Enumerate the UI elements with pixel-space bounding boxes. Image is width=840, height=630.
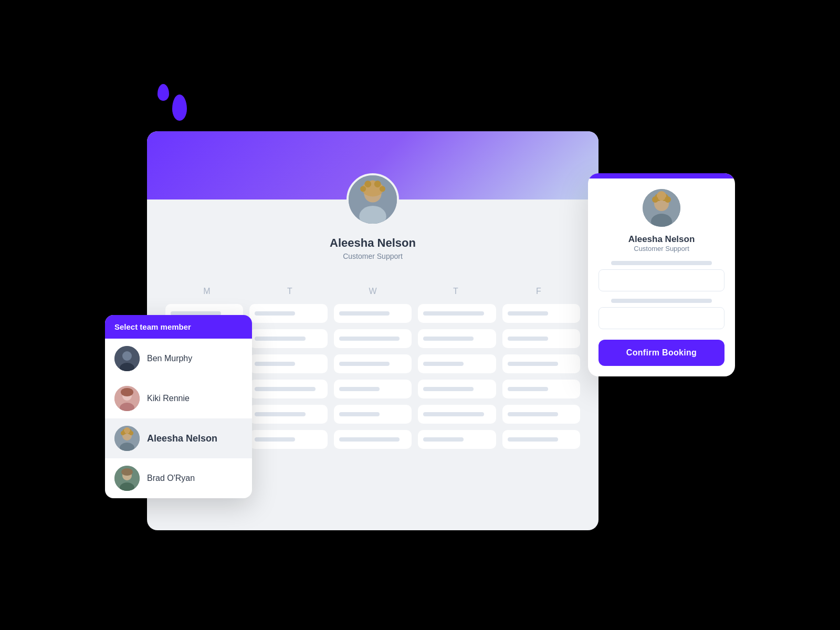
booking-label-bar-1 [611, 261, 712, 265]
team-member-aleesha[interactable]: Aleesha Nelson [105, 418, 252, 458]
profile-name: Aleesha Nelson [152, 236, 593, 250]
svg-point-37 [665, 196, 671, 203]
slot-bar [339, 437, 400, 442]
drop-large [172, 94, 187, 121]
slot-bar [508, 437, 558, 442]
slot-bar [508, 362, 558, 366]
profile-info: Aleesha Nelson Customer Support [147, 231, 598, 266]
member-name-kiki: Kiki Rennie [147, 394, 190, 403]
booking-role: Customer Support [598, 245, 724, 253]
slot-bar [423, 437, 464, 442]
team-member-brad[interactable]: Brad O'Ryan [105, 458, 252, 498]
scene: Aleesha Nelson Customer Support M T W T … [105, 79, 735, 551]
slot-bar [339, 387, 380, 391]
dropdown-header: Select team member [105, 315, 252, 339]
day-f: F [497, 287, 580, 296]
time-slot[interactable] [418, 405, 496, 424]
time-slot[interactable] [502, 405, 580, 424]
time-slot[interactable] [418, 329, 496, 348]
time-slot[interactable] [502, 380, 580, 398]
time-slot[interactable] [334, 304, 412, 323]
booking-card-accent [588, 173, 735, 178]
time-slot[interactable] [334, 405, 412, 424]
time-slot[interactable] [249, 304, 327, 323]
svg-point-12 [122, 351, 132, 361]
slot-bar [508, 387, 548, 391]
member-avatar-aleesha [114, 426, 140, 451]
slot-bar [508, 412, 558, 416]
svg-point-17 [121, 388, 133, 396]
profile-role: Customer Support [152, 252, 593, 260]
slot-bar [255, 362, 295, 366]
time-slot[interactable] [502, 430, 580, 449]
day-m: M [165, 287, 248, 296]
drop-small [158, 84, 169, 101]
member-name-ben: Ben Murphy [147, 354, 192, 363]
booking-avatar [643, 189, 680, 227]
booking-input-2[interactable] [598, 307, 724, 329]
slot-bar [423, 362, 464, 366]
slot-bar [339, 337, 400, 341]
day-t2: T [414, 287, 497, 296]
svg-point-9 [360, 186, 366, 192]
member-avatar-kiki [114, 386, 140, 411]
days-header: M T W T F [163, 287, 583, 296]
svg-point-25 [129, 431, 133, 435]
slot-bar [423, 337, 474, 341]
time-slot[interactable] [249, 405, 327, 424]
slot-bar [423, 412, 484, 416]
team-member-ben[interactable]: Ben Murphy [105, 339, 252, 379]
svg-point-10 [380, 186, 385, 192]
time-slot[interactable] [502, 304, 580, 323]
day-t1: T [248, 287, 331, 296]
confirm-booking-button[interactable]: Confirm Booking [598, 340, 724, 366]
member-avatar-ben [114, 346, 140, 371]
svg-point-24 [121, 431, 125, 435]
slot-bar [508, 311, 548, 316]
time-slot[interactable] [502, 329, 580, 348]
booking-card-body: Aleesha Nelson Customer Support Confirm … [588, 178, 735, 376]
time-slot[interactable] [502, 354, 580, 373]
svg-point-8 [374, 181, 381, 187]
time-slot[interactable] [334, 329, 412, 348]
booking-label-bar-2 [611, 299, 712, 303]
member-name-aleesha: Aleesha Nelson [147, 433, 217, 444]
slot-bar [423, 387, 474, 391]
time-slot[interactable] [334, 380, 412, 398]
main-profile-avatar [346, 173, 399, 226]
member-avatar-brad [114, 466, 140, 491]
time-slot[interactable] [334, 430, 412, 449]
svg-point-7 [364, 181, 371, 187]
member-name-brad: Brad O'Ryan [147, 474, 195, 483]
slot-bar [508, 337, 548, 341]
time-slot[interactable] [249, 380, 327, 398]
time-slot[interactable] [249, 430, 327, 449]
slot-bar [255, 311, 295, 316]
booking-name: Aleesha Nelson [598, 234, 724, 245]
time-slot[interactable] [418, 354, 496, 373]
time-slot[interactable] [334, 354, 412, 373]
slot-bar [423, 311, 484, 316]
slot-bar [255, 437, 295, 442]
card-header [147, 131, 598, 200]
day-w: W [331, 287, 414, 296]
time-slot[interactable] [418, 304, 496, 323]
time-slot[interactable] [249, 329, 327, 348]
booking-input-1[interactable] [598, 269, 724, 291]
svg-point-36 [652, 196, 658, 203]
slot-bar [255, 387, 316, 391]
time-slot[interactable] [249, 354, 327, 373]
slot-bar [255, 337, 305, 341]
slot-bar [339, 362, 390, 366]
slot-bar [255, 412, 305, 416]
team-dropdown: Select team member Ben Murphy [105, 315, 252, 498]
booking-card: Aleesha Nelson Customer Support Confirm … [588, 173, 735, 376]
svg-point-29 [121, 468, 133, 476]
slot-bar [339, 311, 390, 316]
time-slot[interactable] [418, 430, 496, 449]
time-slot[interactable] [418, 380, 496, 398]
slot-bar [339, 412, 380, 416]
team-member-kiki[interactable]: Kiki Rennie [105, 379, 252, 418]
